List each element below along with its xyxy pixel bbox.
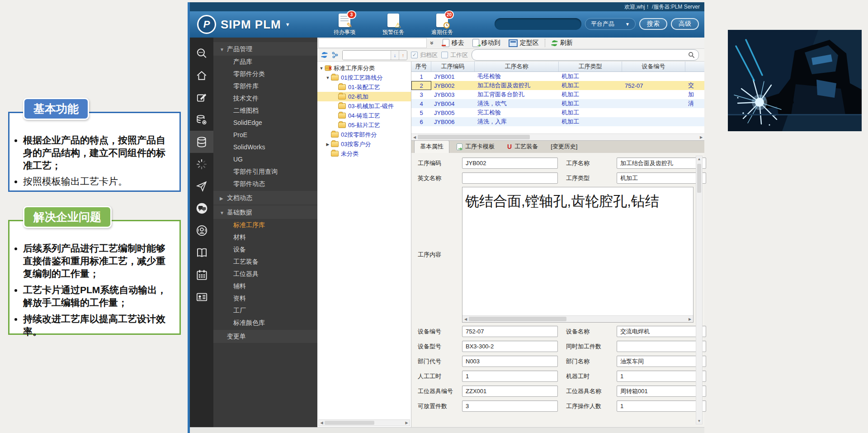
scroll-left-icon[interactable]: ◀	[411, 135, 418, 139]
tree-root[interactable]: ▼ 标准工序库分类	[317, 63, 411, 73]
remove-button[interactable]: 移去	[439, 39, 468, 47]
table-row[interactable]: 5JYB005完工检验机加工	[411, 108, 704, 117]
scroll-right-icon[interactable]: ▶	[698, 135, 704, 139]
nav-item[interactable]: 材料	[213, 231, 317, 243]
table-row[interactable]: 3JYB003加工背面各台阶孔机加工加	[411, 90, 704, 99]
column-header[interactable]: 工序类型	[559, 62, 622, 71]
nav-section-document-activity[interactable]: ▶文档动态	[213, 191, 317, 205]
advanced-search-button[interactable]: 高级	[671, 18, 699, 30]
dept-name-field[interactable]: 油泵车间	[617, 356, 706, 367]
dept-code-field[interactable]: N003	[462, 356, 558, 367]
tab-basic-properties[interactable]: 基本属性	[414, 140, 449, 153]
triangle-icon[interactable]: ▶	[325, 142, 331, 147]
table-row-selected[interactable]: 2JYB002加工结合面及齿腔孔机加工752-07交	[411, 81, 704, 90]
fixed-zone-button[interactable]: 定型区	[505, 39, 543, 47]
column-header[interactable]: 序号	[411, 62, 431, 71]
op-content-textarea[interactable]: 铣结合面,镗轴孔,齿轮腔孔,钻结 ◀ ▶	[462, 187, 693, 323]
table-row[interactable]: 1JYB001毛坯检验机加工	[411, 72, 704, 81]
tree-node[interactable]: 未分类	[317, 149, 411, 158]
nav-item[interactable]: 辅料	[213, 280, 317, 292]
sipm-search-icon[interactable]	[190, 42, 213, 64]
en-name-field[interactable]	[462, 172, 558, 184]
nav-item[interactable]: 工位器具	[213, 268, 317, 280]
workspace-checkbox[interactable]	[441, 52, 448, 58]
man-hours-field[interactable]: 1	[462, 371, 558, 382]
calendar-icon[interactable]	[190, 264, 213, 286]
refresh-blue-icon[interactable]	[321, 52, 328, 58]
nav-item[interactable]: 标准颜色库	[213, 317, 317, 329]
expand-chevron-icon[interactable]: »	[429, 41, 436, 45]
move-to-button[interactable]: 移动到	[468, 39, 505, 47]
op-type-field[interactable]: 机加工	[617, 172, 706, 184]
scrollbar-thumb[interactable]	[469, 317, 566, 321]
global-search-input[interactable]	[495, 18, 581, 30]
table-row[interactable]: 6JYB006清洗，入库机加工	[411, 117, 704, 126]
archive-checkbox[interactable]: ✓	[411, 52, 418, 58]
list-search-input[interactable]	[472, 52, 688, 58]
tree-node[interactable]: 03-机械加工-锻件	[317, 101, 411, 111]
nav-item[interactable]: 产品库	[213, 56, 317, 68]
search-scope-dropdown[interactable]: 平台产品 ▼	[585, 18, 636, 30]
op-name-field[interactable]: 加工结合面及齿腔孔	[617, 157, 706, 169]
refresh-button[interactable]: 刷新	[547, 39, 577, 47]
op-code-field[interactable]: JYB002	[462, 157, 558, 169]
simul-count-field[interactable]	[617, 341, 706, 352]
tab-process-equipment[interactable]: U 工艺装备	[502, 141, 543, 153]
org-tree-icon[interactable]	[331, 52, 339, 58]
column-header[interactable]: 工序编码	[431, 62, 475, 71]
tree-node[interactable]: ▼ 01按工艺路线分	[317, 73, 411, 82]
triangle-icon[interactable]: ▼	[325, 76, 331, 80]
loading-spinner-icon[interactable]	[190, 153, 213, 175]
nav-section-product-management[interactable]: ▼产品管理	[213, 42, 317, 56]
content-horizontal-scrollbar[interactable]: ◀ ▶	[462, 315, 693, 322]
fixture-code-field[interactable]: ZZX001	[462, 385, 558, 397]
book-icon[interactable]	[190, 242, 213, 264]
fixture-name-field[interactable]: 周转箱001	[617, 385, 706, 397]
edit-icon[interactable]	[190, 86, 213, 109]
scroll-left-icon[interactable]: ◀	[319, 421, 325, 425]
column-header[interactable]: 设备编号	[622, 62, 685, 71]
nav-item[interactable]: 零部件引用查询	[213, 166, 317, 178]
device-model-field[interactable]: BX3-300-2	[462, 341, 558, 352]
tree-node[interactable]: 02按零部件分	[317, 130, 411, 139]
scroll-right-icon[interactable]: ▶	[404, 421, 410, 425]
nav-item[interactable]: 二维图档	[213, 105, 317, 117]
send-icon[interactable]	[190, 175, 213, 197]
todo-tasks-button[interactable]: ✎ 3 待办事项	[326, 14, 363, 36]
contact-broadcast-icon[interactable]	[190, 219, 213, 242]
tab-process-card-template[interactable]: 工序卡模板	[451, 141, 500, 153]
tree-search-input[interactable]	[343, 51, 391, 60]
nav-item[interactable]: 工厂	[213, 305, 317, 317]
tree-node[interactable]: 01-装配工艺	[317, 82, 411, 92]
tab-change-history[interactable]: [变更历史]	[545, 141, 583, 153]
nav-item[interactable]: 零部件库	[213, 80, 317, 92]
chevron-down-icon[interactable]: ▼	[285, 22, 290, 27]
operators-field[interactable]: 1	[617, 400, 706, 412]
tree-node[interactable]: ▶ 03按客户分	[317, 139, 411, 149]
nav-item[interactable]: 资料	[213, 292, 317, 305]
column-header[interactable]: 工序名称	[475, 62, 559, 71]
nav-item[interactable]: SolidEdge	[213, 117, 317, 129]
capacity-field[interactable]: 3	[462, 400, 558, 412]
nav-item[interactable]: 工艺装备	[213, 256, 317, 268]
database-settings-icon[interactable]	[190, 109, 213, 131]
device-code-field[interactable]: 752-07	[462, 326, 558, 337]
nav-item[interactable]: 技术文件	[213, 92, 317, 105]
search-up-button[interactable]: ↑	[399, 51, 407, 60]
search-down-button[interactable]: ↓	[391, 51, 399, 60]
triangle-icon[interactable]: ▼	[318, 66, 325, 71]
id-card-icon[interactable]	[190, 286, 213, 308]
scrollbar-thumb[interactable]	[697, 164, 701, 193]
search-button[interactable]: 搜索	[639, 18, 667, 30]
machine-hours-field[interactable]: 1	[617, 371, 706, 382]
nav-section-base-data[interactable]: ▼基础数据	[213, 205, 317, 219]
device-name-field[interactable]: 交流电焊机	[617, 326, 706, 337]
chat-icon[interactable]	[190, 197, 213, 219]
warning-tasks-button[interactable]: ⚠ 预警任务	[374, 14, 412, 36]
nav-item[interactable]: ProE	[213, 129, 317, 141]
scroll-right-icon[interactable]: ▶	[687, 317, 693, 321]
scroll-down-icon[interactable]: ▼	[698, 418, 701, 424]
scroll-up-icon[interactable]: ▲	[698, 156, 701, 162]
tree-node-selected[interactable]: 02-机加	[317, 92, 411, 101]
nav-item-change-order[interactable]: 变更单	[213, 330, 317, 343]
